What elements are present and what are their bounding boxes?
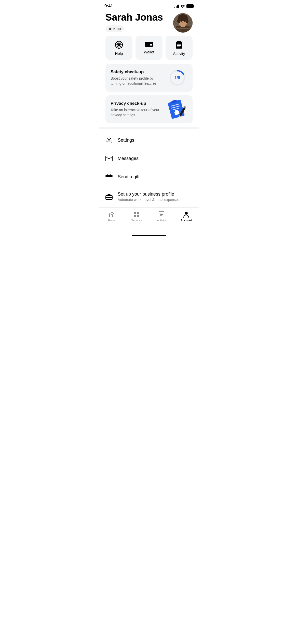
- bottom-nav: Home Services Activity: [99, 207, 199, 230]
- safety-checkup-title: Safety check-up: [111, 69, 164, 75]
- gift-label: Send a gift: [118, 174, 193, 180]
- svg-rect-60: [137, 215, 139, 217]
- privacy-checkup-card[interactable]: Privacy check-up Take an interactive tou…: [105, 95, 193, 123]
- svg-rect-56: [111, 215, 113, 217]
- privacy-checkup-title: Privacy check-up: [111, 101, 164, 106]
- gift-text: Send a gift: [118, 174, 193, 180]
- home-icon: [109, 211, 115, 218]
- business-text: Set up your business profile Automate wo…: [118, 192, 193, 202]
- svg-rect-26: [150, 44, 152, 46]
- safety-checkup-text: Safety check-up Boost your safety profil…: [111, 69, 164, 86]
- signal-icon: [174, 4, 179, 8]
- activity-icon: [175, 41, 183, 49]
- quick-actions: Help Wallet: [105, 36, 193, 60]
- svg-rect-58: [137, 212, 139, 214]
- help-icon: [115, 41, 123, 49]
- svg-point-14: [117, 43, 120, 46]
- privacy-checkup-desc: Take an interactive tour of your privacy…: [111, 108, 164, 118]
- progress-text: 1/6: [174, 76, 180, 80]
- svg-rect-29: [177, 44, 181, 45]
- svg-point-12: [184, 21, 185, 22]
- safety-checkup-visual: 1/6: [167, 69, 187, 87]
- svg-point-48: [108, 139, 110, 141]
- activity-label: Activity: [173, 51, 185, 56]
- wallet-icon: [145, 41, 153, 47]
- settings-label: Settings: [118, 138, 193, 143]
- privacy-checkup-text: Privacy check-up Take an interactive tou…: [111, 101, 164, 118]
- main-content: Sarah Jonas ★ 5.00: [99, 10, 199, 207]
- section-divider: [99, 127, 199, 129]
- svg-rect-31: [177, 47, 180, 47]
- nav-activity[interactable]: Activity: [149, 210, 174, 223]
- business-sublabel: Automate work travel & meal expenses: [118, 198, 193, 202]
- svg-point-9: [177, 18, 180, 23]
- menu-item-business[interactable]: Set up your business profile Automate wo…: [105, 186, 193, 207]
- gear-icon: [105, 137, 113, 144]
- home-nav-label: Home: [108, 219, 115, 222]
- battery-icon: [186, 4, 194, 8]
- svg-rect-62: [160, 213, 163, 213]
- home-bar: [132, 235, 166, 236]
- svg-rect-33: [175, 41, 177, 42]
- svg-point-11: [181, 21, 182, 22]
- svg-rect-28: [177, 43, 180, 43]
- status-bar: 9:41: [99, 0, 199, 10]
- business-label: Set up your business profile: [118, 192, 193, 197]
- services-nav-label: Services: [131, 219, 142, 222]
- menu-list: Settings Messages: [105, 131, 193, 207]
- star-icon: ★: [109, 27, 112, 31]
- messages-text: Messages: [118, 156, 193, 161]
- wallet-label: Wallet: [144, 50, 154, 54]
- home-indicator: [99, 230, 199, 238]
- account-nav-label: Account: [181, 219, 192, 222]
- svg-rect-59: [134, 215, 136, 217]
- settings-text: Settings: [118, 138, 193, 143]
- action-card-help[interactable]: Help: [105, 36, 132, 60]
- menu-item-gift[interactable]: Send a gift: [105, 168, 193, 186]
- grid-icon: [133, 211, 140, 218]
- wifi-icon: [181, 5, 185, 8]
- nav-home[interactable]: Home: [99, 210, 124, 223]
- svg-point-65: [185, 212, 188, 215]
- envelope-icon: [105, 155, 113, 162]
- person-icon: [183, 211, 189, 218]
- menu-item-settings[interactable]: Settings: [105, 131, 193, 149]
- svg-rect-64: [160, 215, 162, 216]
- nav-services[interactable]: Services: [124, 210, 149, 223]
- action-card-wallet[interactable]: Wallet: [136, 36, 162, 60]
- menu-item-messages[interactable]: Messages: [105, 149, 193, 168]
- svg-point-10: [185, 18, 188, 23]
- activity-nav-label: Activity: [157, 219, 166, 222]
- messages-label: Messages: [118, 156, 193, 161]
- svg-rect-57: [134, 212, 136, 214]
- receipt-icon: [158, 211, 165, 218]
- svg-rect-49: [106, 156, 112, 161]
- rating-text: 5.00: [113, 27, 121, 31]
- status-time: 9:41: [104, 4, 113, 9]
- help-label: Help: [115, 51, 123, 56]
- action-card-activity[interactable]: Activity: [166, 36, 193, 60]
- status-icons: [174, 4, 194, 8]
- privacy-checkup-visual: [167, 100, 187, 118]
- header-left: Sarah Jonas ★ 5.00: [105, 12, 163, 32]
- header: Sarah Jonas ★ 5.00: [105, 12, 193, 33]
- nav-account[interactable]: Account: [174, 210, 199, 223]
- safety-checkup-card[interactable]: Safety check-up Boost your safety profil…: [105, 64, 193, 92]
- gift-icon: [105, 173, 113, 180]
- user-name: Sarah Jonas: [105, 12, 163, 23]
- safety-checkup-desc: Boost your safety profile by turning on …: [111, 76, 164, 86]
- svg-rect-35: [181, 41, 183, 42]
- svg-rect-30: [177, 45, 181, 46]
- avatar[interactable]: [173, 13, 193, 33]
- rating-badge: ★ 5.00: [105, 25, 124, 32]
- svg-rect-63: [160, 214, 163, 215]
- avatar-image: [173, 13, 193, 33]
- briefcase-icon: [105, 193, 113, 200]
